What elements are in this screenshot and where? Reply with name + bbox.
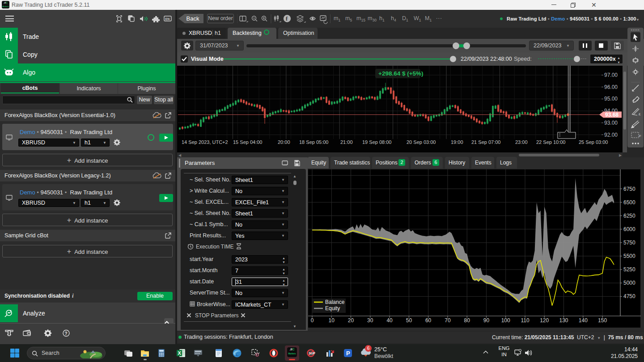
- svg-text:140: 140: [579, 317, 588, 324]
- svg-text:150: 150: [598, 317, 607, 324]
- svg-text:4750: 4750: [623, 293, 636, 299]
- svg-text:95.00: 95.00: [604, 96, 618, 102]
- svg-text:92.00: 92.00: [604, 132, 618, 138]
- svg-text:6250: 6250: [623, 213, 636, 219]
- svg-text:70: 70: [445, 317, 451, 324]
- svg-text:93.00: 93.00: [604, 120, 618, 126]
- svg-text:0: 0: [311, 317, 314, 324]
- svg-text:+298.64 $ (+5%): +298.64 $ (+5%): [378, 70, 424, 77]
- svg-text:40: 40: [386, 317, 393, 324]
- svg-text:X: X: [178, 350, 182, 356]
- svg-text:EN: EN: [165, 17, 170, 21]
- svg-text:110: 110: [521, 317, 529, 324]
- svg-text:SUP: SUP: [309, 352, 316, 355]
- svg-text:14 Sep 2023, UTC+2: 14 Sep 2023, UTC+2: [182, 139, 228, 145]
- svg-text:5750: 5750: [623, 240, 636, 246]
- svg-text:22 Sep 10:00: 22 Sep 10:00: [536, 139, 565, 145]
- svg-text:60: 60: [425, 317, 432, 324]
- svg-text:6750: 6750: [623, 186, 636, 192]
- svg-text:20: 20: [348, 317, 354, 324]
- svg-text:25 Sep 03:00: 25 Sep 03:00: [579, 139, 608, 145]
- svg-text:P: P: [346, 350, 350, 357]
- svg-text:Balance: Balance: [325, 299, 345, 305]
- svg-text:Equity: Equity: [325, 305, 340, 311]
- svg-text:23:00: 23:00: [515, 139, 528, 145]
- svg-text:100: 100: [501, 317, 510, 324]
- svg-text:80: 80: [464, 317, 470, 324]
- svg-text:130: 130: [559, 317, 568, 324]
- svg-text:6000: 6000: [623, 226, 636, 232]
- svg-text:93.68: 93.68: [605, 112, 619, 118]
- svg-text:19 Sep 08:00: 19 Sep 08:00: [362, 139, 391, 145]
- svg-text:19:00: 19:00: [451, 139, 463, 145]
- svg-text:?: ?: [65, 331, 68, 336]
- svg-text:18 Sep 05:00: 18 Sep 05:00: [299, 139, 328, 145]
- svg-text:20:00: 20:00: [278, 139, 290, 145]
- svg-text:10: 10: [329, 317, 335, 324]
- svg-text:6500: 6500: [623, 199, 636, 206]
- svg-text:21 Sep 07:00: 21 Sep 07:00: [471, 139, 500, 145]
- svg-text:90: 90: [483, 317, 490, 324]
- svg-text:50: 50: [406, 317, 412, 324]
- svg-text:120: 120: [540, 317, 549, 324]
- svg-text:5000: 5000: [623, 280, 636, 286]
- svg-text:5250: 5250: [623, 266, 636, 273]
- svg-text:5500: 5500: [623, 253, 636, 259]
- svg-text:97.00: 97.00: [604, 72, 618, 78]
- svg-text:F: F: [639, 134, 641, 138]
- svg-text:15 Sep 04:00: 15 Sep 04:00: [233, 139, 262, 145]
- svg-text:£: £: [639, 112, 641, 116]
- svg-text:21:00: 21:00: [340, 139, 353, 145]
- svg-text:96.00: 96.00: [604, 84, 618, 90]
- svg-text:20 Sep 03:00: 20 Sep 03:00: [407, 139, 436, 145]
- svg-text:30: 30: [367, 317, 373, 324]
